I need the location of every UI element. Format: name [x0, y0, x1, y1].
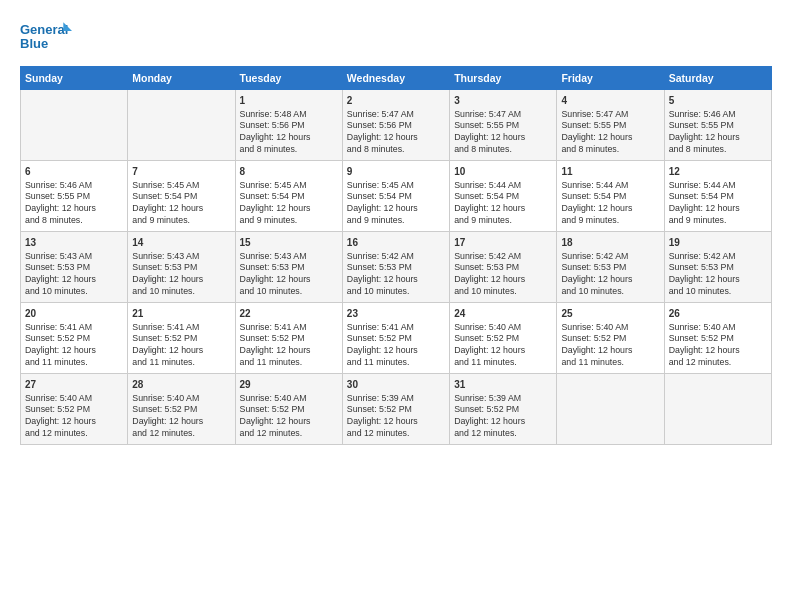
- logo-svg: General Blue: [20, 18, 72, 56]
- col-header-wednesday: Wednesday: [342, 67, 449, 90]
- cell-info: Sunrise: 5:44 AM Sunset: 5:54 PM Dayligh…: [561, 180, 659, 228]
- cell-info: Sunrise: 5:45 AM Sunset: 5:54 PM Dayligh…: [347, 180, 445, 228]
- day-number: 26: [669, 307, 767, 321]
- cell-2-2: 7Sunrise: 5:45 AM Sunset: 5:54 PM Daylig…: [128, 161, 235, 232]
- cell-1-1: [21, 90, 128, 161]
- day-number: 2: [347, 94, 445, 108]
- week-row-4: 20Sunrise: 5:41 AM Sunset: 5:52 PM Dayli…: [21, 303, 772, 374]
- cell-info: Sunrise: 5:40 AM Sunset: 5:52 PM Dayligh…: [669, 322, 767, 370]
- svg-text:General: General: [20, 22, 68, 37]
- day-number: 29: [240, 378, 338, 392]
- logo: General Blue: [20, 18, 72, 56]
- col-header-monday: Monday: [128, 67, 235, 90]
- cell-3-2: 14Sunrise: 5:43 AM Sunset: 5:53 PM Dayli…: [128, 232, 235, 303]
- cell-info: Sunrise: 5:46 AM Sunset: 5:55 PM Dayligh…: [669, 109, 767, 157]
- day-number: 30: [347, 378, 445, 392]
- col-header-saturday: Saturday: [664, 67, 771, 90]
- cell-info: Sunrise: 5:40 AM Sunset: 5:52 PM Dayligh…: [454, 322, 552, 370]
- day-number: 25: [561, 307, 659, 321]
- cell-3-7: 19Sunrise: 5:42 AM Sunset: 5:53 PM Dayli…: [664, 232, 771, 303]
- cell-1-4: 2Sunrise: 5:47 AM Sunset: 5:56 PM Daylig…: [342, 90, 449, 161]
- cell-5-3: 29Sunrise: 5:40 AM Sunset: 5:52 PM Dayli…: [235, 374, 342, 445]
- cell-info: Sunrise: 5:41 AM Sunset: 5:52 PM Dayligh…: [240, 322, 338, 370]
- cell-info: Sunrise: 5:40 AM Sunset: 5:52 PM Dayligh…: [25, 393, 123, 441]
- cell-5-7: [664, 374, 771, 445]
- col-header-thursday: Thursday: [450, 67, 557, 90]
- cell-info: Sunrise: 5:42 AM Sunset: 5:53 PM Dayligh…: [347, 251, 445, 299]
- cell-5-6: [557, 374, 664, 445]
- cell-info: Sunrise: 5:40 AM Sunset: 5:52 PM Dayligh…: [561, 322, 659, 370]
- cell-info: Sunrise: 5:46 AM Sunset: 5:55 PM Dayligh…: [25, 180, 123, 228]
- day-number: 19: [669, 236, 767, 250]
- cell-info: Sunrise: 5:40 AM Sunset: 5:52 PM Dayligh…: [240, 393, 338, 441]
- svg-text:Blue: Blue: [20, 36, 48, 51]
- cell-info: Sunrise: 5:42 AM Sunset: 5:53 PM Dayligh…: [561, 251, 659, 299]
- day-number: 16: [347, 236, 445, 250]
- day-number: 21: [132, 307, 230, 321]
- day-number: 14: [132, 236, 230, 250]
- cell-3-4: 16Sunrise: 5:42 AM Sunset: 5:53 PM Dayli…: [342, 232, 449, 303]
- week-row-1: 1Sunrise: 5:48 AM Sunset: 5:56 PM Daylig…: [21, 90, 772, 161]
- day-number: 10: [454, 165, 552, 179]
- cell-5-4: 30Sunrise: 5:39 AM Sunset: 5:52 PM Dayli…: [342, 374, 449, 445]
- cell-info: Sunrise: 5:41 AM Sunset: 5:52 PM Dayligh…: [132, 322, 230, 370]
- cell-1-5: 3Sunrise: 5:47 AM Sunset: 5:55 PM Daylig…: [450, 90, 557, 161]
- day-number: 4: [561, 94, 659, 108]
- day-number: 22: [240, 307, 338, 321]
- cell-info: Sunrise: 5:47 AM Sunset: 5:55 PM Dayligh…: [454, 109, 552, 157]
- day-number: 17: [454, 236, 552, 250]
- cell-info: Sunrise: 5:42 AM Sunset: 5:53 PM Dayligh…: [669, 251, 767, 299]
- cell-info: Sunrise: 5:43 AM Sunset: 5:53 PM Dayligh…: [25, 251, 123, 299]
- header-row: SundayMondayTuesdayWednesdayThursdayFrid…: [21, 67, 772, 90]
- cell-2-4: 9Sunrise: 5:45 AM Sunset: 5:54 PM Daylig…: [342, 161, 449, 232]
- day-number: 15: [240, 236, 338, 250]
- cell-1-3: 1Sunrise: 5:48 AM Sunset: 5:56 PM Daylig…: [235, 90, 342, 161]
- week-row-5: 27Sunrise: 5:40 AM Sunset: 5:52 PM Dayli…: [21, 374, 772, 445]
- day-number: 8: [240, 165, 338, 179]
- cell-5-5: 31Sunrise: 5:39 AM Sunset: 5:52 PM Dayli…: [450, 374, 557, 445]
- cell-info: Sunrise: 5:48 AM Sunset: 5:56 PM Dayligh…: [240, 109, 338, 157]
- day-number: 5: [669, 94, 767, 108]
- cell-4-4: 23Sunrise: 5:41 AM Sunset: 5:52 PM Dayli…: [342, 303, 449, 374]
- col-header-tuesday: Tuesday: [235, 67, 342, 90]
- cell-info: Sunrise: 5:47 AM Sunset: 5:56 PM Dayligh…: [347, 109, 445, 157]
- day-number: 9: [347, 165, 445, 179]
- col-header-friday: Friday: [557, 67, 664, 90]
- day-number: 11: [561, 165, 659, 179]
- cell-4-5: 24Sunrise: 5:40 AM Sunset: 5:52 PM Dayli…: [450, 303, 557, 374]
- cell-4-2: 21Sunrise: 5:41 AM Sunset: 5:52 PM Dayli…: [128, 303, 235, 374]
- cell-4-6: 25Sunrise: 5:40 AM Sunset: 5:52 PM Dayli…: [557, 303, 664, 374]
- cell-info: Sunrise: 5:41 AM Sunset: 5:52 PM Dayligh…: [347, 322, 445, 370]
- day-number: 28: [132, 378, 230, 392]
- day-number: 3: [454, 94, 552, 108]
- cell-1-7: 5Sunrise: 5:46 AM Sunset: 5:55 PM Daylig…: [664, 90, 771, 161]
- day-number: 18: [561, 236, 659, 250]
- cell-3-6: 18Sunrise: 5:42 AM Sunset: 5:53 PM Dayli…: [557, 232, 664, 303]
- cell-5-2: 28Sunrise: 5:40 AM Sunset: 5:52 PM Dayli…: [128, 374, 235, 445]
- col-header-sunday: Sunday: [21, 67, 128, 90]
- day-number: 12: [669, 165, 767, 179]
- cell-3-1: 13Sunrise: 5:43 AM Sunset: 5:53 PM Dayli…: [21, 232, 128, 303]
- day-number: 24: [454, 307, 552, 321]
- cell-2-3: 8Sunrise: 5:45 AM Sunset: 5:54 PM Daylig…: [235, 161, 342, 232]
- cell-info: Sunrise: 5:47 AM Sunset: 5:55 PM Dayligh…: [561, 109, 659, 157]
- day-number: 20: [25, 307, 123, 321]
- day-number: 7: [132, 165, 230, 179]
- cell-5-1: 27Sunrise: 5:40 AM Sunset: 5:52 PM Dayli…: [21, 374, 128, 445]
- day-number: 27: [25, 378, 123, 392]
- cell-2-1: 6Sunrise: 5:46 AM Sunset: 5:55 PM Daylig…: [21, 161, 128, 232]
- day-number: 1: [240, 94, 338, 108]
- cell-info: Sunrise: 5:41 AM Sunset: 5:52 PM Dayligh…: [25, 322, 123, 370]
- header: General Blue: [20, 18, 772, 56]
- cell-3-3: 15Sunrise: 5:43 AM Sunset: 5:53 PM Dayli…: [235, 232, 342, 303]
- day-number: 13: [25, 236, 123, 250]
- cell-info: Sunrise: 5:39 AM Sunset: 5:52 PM Dayligh…: [347, 393, 445, 441]
- cell-2-7: 12Sunrise: 5:44 AM Sunset: 5:54 PM Dayli…: [664, 161, 771, 232]
- cell-info: Sunrise: 5:43 AM Sunset: 5:53 PM Dayligh…: [240, 251, 338, 299]
- week-row-3: 13Sunrise: 5:43 AM Sunset: 5:53 PM Dayli…: [21, 232, 772, 303]
- cell-info: Sunrise: 5:44 AM Sunset: 5:54 PM Dayligh…: [669, 180, 767, 228]
- cell-info: Sunrise: 5:44 AM Sunset: 5:54 PM Dayligh…: [454, 180, 552, 228]
- cell-info: Sunrise: 5:43 AM Sunset: 5:53 PM Dayligh…: [132, 251, 230, 299]
- day-number: 31: [454, 378, 552, 392]
- cell-4-3: 22Sunrise: 5:41 AM Sunset: 5:52 PM Dayli…: [235, 303, 342, 374]
